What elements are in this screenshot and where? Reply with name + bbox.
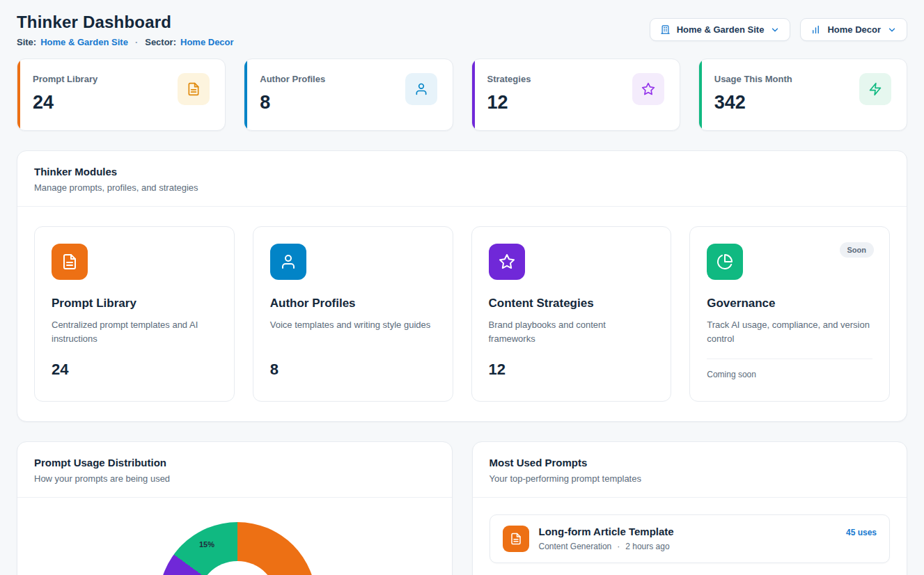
modules-grid: Prompt Library Centralized prompt templa…: [17, 207, 907, 421]
stat-accent-bar: [17, 59, 20, 130]
prompt-usage-panel: Prompt Usage Distribution How your promp…: [17, 441, 453, 575]
module-title: Governance: [707, 297, 872, 310]
bottom-row: Prompt Usage Distribution How your promp…: [17, 441, 907, 575]
module-card-content-strategies[interactable]: Content Strategies Brand playbooks and c…: [471, 226, 672, 402]
module-count: 12: [489, 361, 655, 384]
most-used-prompts-panel: Most Used Prompts Your top-performing pr…: [472, 441, 908, 575]
modules-header: Thinker Modules Manage prompts, profiles…: [17, 151, 907, 207]
top-bar: Thinker Dashboard Site: Home & Garden Si…: [17, 13, 907, 47]
site-link[interactable]: Home & Garden Site: [40, 37, 128, 47]
usage-panel-header: Prompt Usage Distribution How your promp…: [17, 442, 452, 498]
separator-dot: ·: [617, 542, 620, 551]
coming-soon-text: Coming soon: [707, 359, 872, 379]
site-selector-label: Home & Garden Site: [677, 24, 765, 35]
stat-card-prompt-library: Prompt Library 24: [17, 58, 226, 131]
usage-panel-title: Prompt Usage Distribution: [34, 457, 435, 468]
prompt-item-title: Long-form Article Template: [539, 526, 674, 537]
prompt-item-category: Content Generation: [539, 542, 612, 551]
page-title: Thinker Dashboard: [17, 13, 234, 32]
dashboard-page: Thinker Dashboard Site: Home & Garden Si…: [0, 0, 924, 575]
sector-label: Sector:: [145, 37, 176, 47]
building-icon: [660, 24, 671, 35]
sector-selector-dropdown[interactable]: Home Decor: [800, 18, 907, 41]
module-description: Voice templates and writing style guides: [270, 318, 436, 332]
pie-chart-icon: [707, 244, 743, 280]
document-icon: [52, 244, 88, 280]
modules-subtitle: Manage prompts, profiles, and strategies: [34, 182, 890, 193]
module-description: Brand playbooks and content frameworks: [489, 318, 655, 346]
separator-dot: ·: [135, 37, 138, 47]
prompt-list-item[interactable]: Long-form Article Template Content Gener…: [490, 514, 891, 563]
usage-panel-subtitle: How your prompts are being used: [34, 473, 435, 484]
breadcrumb: Site: Home & Garden Site · Sector: Home …: [17, 37, 234, 47]
chevron-down-icon: [887, 25, 897, 35]
stat-accent-bar: [699, 59, 702, 130]
document-icon: [178, 73, 210, 105]
document-icon: [503, 526, 529, 552]
star-icon: [632, 73, 664, 105]
chart-area: 15%: [17, 498, 452, 575]
prompt-item-uses-badge: 45 uses: [846, 526, 877, 552]
lightning-icon: [859, 73, 891, 105]
title-block: Thinker Dashboard Site: Home & Garden Si…: [17, 13, 234, 47]
stat-card-strategies: Strategies 12: [471, 58, 680, 131]
module-title: Prompt Library: [52, 297, 217, 310]
donut-chart: 15%: [159, 522, 316, 575]
chevron-down-icon: [770, 25, 780, 35]
site-label: Site:: [17, 37, 36, 47]
stat-card-author-profiles: Author Profiles 8: [244, 58, 453, 131]
header-selectors: Home & Garden Site Home Decor: [650, 18, 907, 41]
module-description: Track AI usage, compliance, and version …: [707, 318, 872, 346]
stats-row: Prompt Library 24 Author Profiles 8 Stra…: [17, 58, 907, 131]
module-title: Author Profiles: [270, 297, 436, 310]
stat-accent-bar: [472, 59, 475, 130]
person-icon: [405, 73, 437, 105]
module-title: Content Strategies: [489, 297, 655, 310]
stat-card-usage: Usage This Month 342: [698, 58, 907, 131]
prompt-item-time: 2 hours ago: [625, 542, 669, 551]
modules-title: Thinker Modules: [34, 166, 890, 178]
prompt-item-meta: Content Generation · 2 hours ago: [539, 542, 674, 551]
module-description: Centralized prompt templates and AI inst…: [52, 318, 217, 346]
prompts-panel-title: Most Used Prompts: [490, 457, 891, 468]
module-count: 24: [52, 361, 217, 384]
module-card-governance[interactable]: Soon Governance Track AI usage, complian…: [689, 226, 890, 402]
site-selector-dropdown[interactable]: Home & Garden Site: [650, 18, 791, 41]
star-icon: [489, 244, 525, 280]
stat-accent-bar: [244, 59, 247, 130]
person-icon: [270, 244, 306, 280]
bar-chart-icon: [811, 24, 821, 35]
module-card-prompt-library[interactable]: Prompt Library Centralized prompt templa…: [34, 226, 235, 402]
soon-badge: Soon: [840, 242, 875, 258]
prompts-panel-header: Most Used Prompts Your top-performing pr…: [473, 442, 907, 498]
thinker-modules-section: Thinker Modules Manage prompts, profiles…: [17, 150, 907, 422]
sector-selector-label: Home Decor: [827, 24, 881, 35]
module-card-author-profiles[interactable]: Author Profiles Voice templates and writ…: [253, 226, 453, 402]
prompt-item-text: Long-form Article Template Content Gener…: [539, 526, 674, 552]
donut-slice-label: 15%: [199, 540, 214, 549]
prompts-panel-subtitle: Your top-performing prompt templates: [490, 473, 891, 484]
sector-link[interactable]: Home Decor: [180, 37, 234, 47]
module-count: 8: [270, 361, 436, 384]
